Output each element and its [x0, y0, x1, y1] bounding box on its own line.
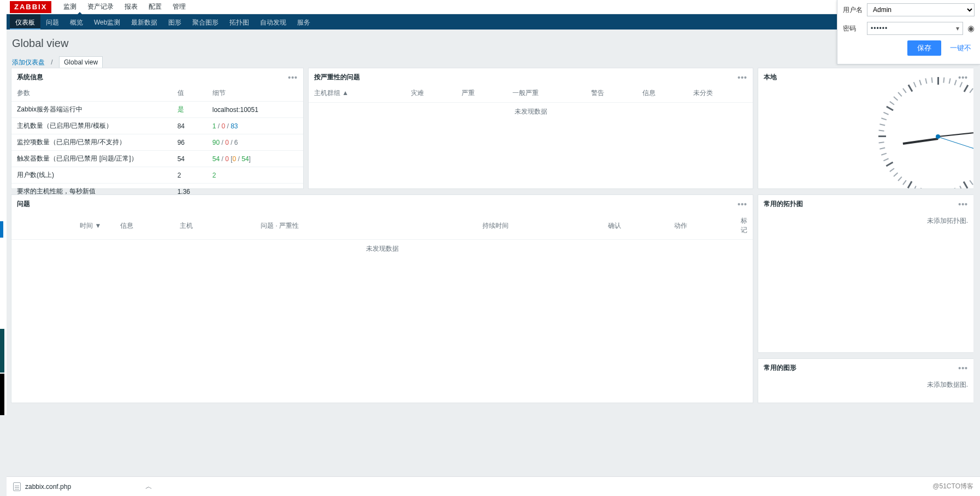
- sysinfo-row: 主机数量（已启用/已禁用/模板）841 / 0 / 83: [11, 118, 303, 134]
- widget-clock: 本地 •••: [758, 68, 973, 189]
- watermark: @51CTO博客: [932, 482, 973, 491]
- widget-menu-icon[interactable]: •••: [737, 200, 747, 209]
- problems-col-1[interactable]: 信息: [115, 212, 174, 240]
- sev-col-0[interactable]: 主机群组 ▲: [309, 85, 405, 103]
- widget-menu-icon[interactable]: •••: [958, 200, 968, 209]
- sysinfo-col-value: 值: [172, 85, 207, 102]
- problems-col-4[interactable]: 持续时间: [477, 212, 603, 240]
- widget-problems: 问题 ••• 时间 ▼信息主机问题 · 严重性持续时间确认动作标记 未发现数据: [11, 194, 753, 403]
- download-filename: zabbix.conf.php: [25, 483, 71, 491]
- sysinfo-row: Zabbix服务器端运行中是localhost:10051: [11, 102, 303, 118]
- edge-patch-black: [0, 374, 4, 415]
- sysinfo-value: 84: [172, 118, 207, 134]
- sysinfo-detail: 1 / 0 / 83: [207, 118, 303, 134]
- sysinfo-detail: 2: [207, 167, 303, 184]
- sev-nodata: 未发现数据: [309, 103, 753, 121]
- widget-title-sev: 按严重性的问题: [314, 73, 360, 82]
- clock-second-hand: [938, 137, 973, 154]
- maps-empty: 未添加拓扑图.: [758, 212, 973, 230]
- subnav-services[interactable]: 服务: [292, 14, 316, 29]
- sysinfo-row: 用户数(线上)22: [11, 167, 303, 184]
- login-pw-field[interactable]: •••••• ▾: [867, 22, 963, 35]
- sysinfo-detail: 90 / 0 / 6: [207, 134, 303, 151]
- problems-nodata: 未发现数据: [11, 240, 753, 258]
- download-bar: zabbix.conf.php ︿ @51CTO博客: [7, 476, 980, 496]
- left-edge-bar: [0, 0, 7, 415]
- sysinfo-value: 是: [172, 102, 207, 118]
- login-pw-value: ••••••: [871, 25, 888, 32]
- sev-col-5[interactable]: 信息: [637, 85, 688, 103]
- sysinfo-param: 触发器数量（已启用/已禁用 [问题/正常]）: [11, 151, 172, 167]
- widget-menu-icon[interactable]: •••: [958, 73, 968, 82]
- clock-face: [881, 79, 973, 189]
- widget-title-clock: 本地: [764, 73, 777, 82]
- dropdown-caret-icon[interactable]: ▾: [956, 25, 959, 32]
- widget-menu-icon[interactable]: •••: [737, 73, 747, 82]
- topnav-config[interactable]: 配置: [143, 0, 167, 14]
- subnav-overview[interactable]: 概览: [64, 14, 88, 29]
- sev-col-3[interactable]: 一般严重: [507, 85, 586, 103]
- problems-col-7[interactable]: 标记: [735, 212, 753, 240]
- chevron-up-icon[interactable]: ︿: [145, 482, 152, 492]
- sub-nav: 仪表板 问题 概览 Web监测 最新数据 图形 聚合图形 拓扑图 自动发现 服务: [7, 14, 980, 29]
- widget-title-sysinfo: 系统信息: [17, 73, 43, 82]
- sysinfo-detail: 54 / 0 [0 / 54]: [207, 151, 303, 167]
- sysinfo-param: Zabbix服务器端运行中: [11, 102, 172, 118]
- sysinfo-param: 用户数(线上): [11, 167, 172, 184]
- widget-problems-severity: 按严重性的问题 ••• 主机群组 ▲灾难严重一般严重警告信息未分类 未发现数据: [308, 68, 753, 189]
- breadcrumb-root[interactable]: 添加仪表盘: [12, 58, 45, 66]
- widget-menu-icon[interactable]: •••: [288, 73, 298, 82]
- breadcrumb-sep: /: [51, 58, 52, 66]
- subnav-dashboard[interactable]: 仪表板: [10, 14, 40, 29]
- top-nav: ZABBIX 监测 资产记录 报表 配置 管理: [7, 0, 980, 14]
- subnav-graphs[interactable]: 图形: [163, 14, 187, 29]
- widget-menu-icon[interactable]: •••: [958, 364, 968, 373]
- sysinfo-value: 54: [172, 151, 207, 167]
- sev-col-4[interactable]: 警告: [586, 85, 636, 103]
- widget-title-maps: 常用的拓扑图: [764, 199, 803, 209]
- login-oneclick-button[interactable]: 一键不: [947, 40, 975, 56]
- topnav-reports[interactable]: 报表: [119, 0, 143, 14]
- subnav-web[interactable]: Web监测: [88, 14, 126, 29]
- sysinfo-param: 主机数量（已启用/已禁用/模板）: [11, 118, 172, 134]
- sysinfo-row: 监控项数量（已启用/已禁用/不支持）9690 / 0 / 6: [11, 134, 303, 151]
- login-user-label: 用户名: [843, 5, 867, 15]
- sysinfo-row: 触发器数量（已启用/已禁用 [问题/正常]）5454 / 0 [0 / 54]: [11, 151, 303, 167]
- subnav-latest[interactable]: 最新数据: [126, 14, 163, 29]
- login-pw-label: 密码: [843, 24, 867, 33]
- page-title: Global view: [12, 37, 975, 50]
- clock-center-dot: [936, 134, 940, 139]
- widget-system-info: 系统信息 ••• 参数 值 细节 Zabbix服务器端运行中是localhost…: [11, 68, 304, 189]
- logo: ZABBIX: [10, 1, 51, 13]
- sysinfo-col-detail: 细节: [207, 85, 303, 102]
- topnav-active-indicator: [77, 12, 82, 15]
- clock-hour-hand: [903, 138, 938, 145]
- graphs-empty: 未添加数据图.: [758, 376, 973, 394]
- sysinfo-col-param: 参数: [11, 85, 172, 102]
- problems-col-2[interactable]: 主机: [174, 212, 256, 240]
- sev-col-2[interactable]: 严重: [456, 85, 507, 103]
- topnav-admin[interactable]: 管理: [167, 0, 191, 14]
- eye-icon[interactable]: ◉: [967, 23, 975, 33]
- subnav-problems[interactable]: 问题: [40, 14, 64, 29]
- login-user-select[interactable]: Admin: [867, 3, 975, 16]
- subnav-discovery[interactable]: 自动发现: [255, 14, 292, 29]
- problems-col-3[interactable]: 问题 · 严重性: [255, 212, 476, 240]
- widget-fav-graphs: 常用的图形 ••• 未添加数据图.: [758, 358, 973, 403]
- breadcrumb-current[interactable]: Global view: [59, 56, 103, 68]
- subnav-screens[interactable]: 聚合图形: [187, 14, 224, 29]
- sysinfo-value: 2: [172, 167, 207, 184]
- topnav-inventory[interactable]: 资产记录: [82, 0, 119, 14]
- page-header: Global view: [7, 29, 980, 56]
- widget-title-graphs: 常用的图形: [764, 363, 796, 373]
- login-save-button[interactable]: 保存: [907, 40, 941, 56]
- sysinfo-detail: localhost:10051: [207, 102, 303, 118]
- sev-col-6[interactable]: 未分类: [688, 85, 753, 103]
- subnav-maps[interactable]: 拓扑图: [224, 14, 255, 29]
- download-file[interactable]: zabbix.conf.php ︿: [13, 482, 152, 492]
- sev-col-1[interactable]: 灾难: [405, 85, 456, 103]
- problems-col-0[interactable]: 时间 ▼: [11, 212, 115, 240]
- problems-col-5[interactable]: 确认: [603, 212, 669, 240]
- problems-col-6[interactable]: 动作: [669, 212, 735, 240]
- file-icon: [13, 482, 21, 491]
